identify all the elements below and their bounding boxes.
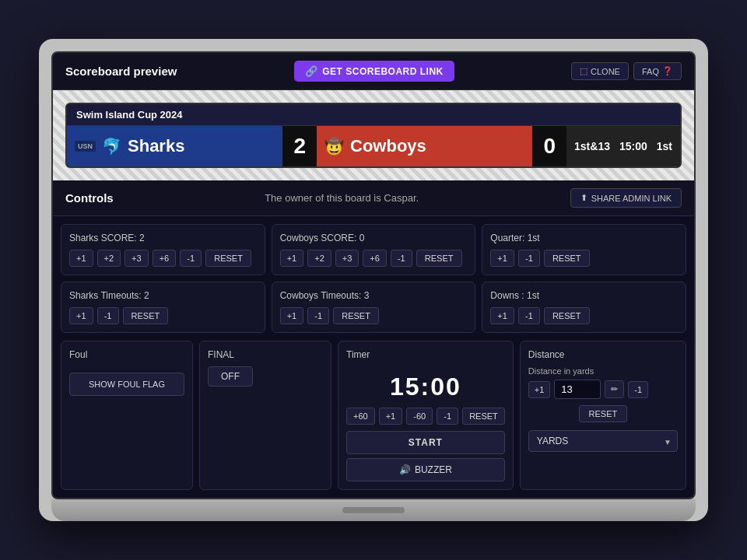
yards-wrapper: YARDS METERS [528,426,678,452]
cowboys-timeouts-plus1[interactable]: +1 [280,307,304,324]
yards-select[interactable]: YARDS METERS [528,430,678,452]
get-scoreboard-link-button[interactable]: 🔗 GET SCOREBOARD LINK [294,61,454,82]
clone-button[interactable]: ⬚ CLONE [571,62,629,80]
timer-reset[interactable]: RESET [462,408,505,425]
scoreboard: Swim Island Cup 2024 USN 🐬 Sharks 2 🤠 Co… [65,103,682,168]
timer-plus60[interactable]: +60 [346,408,375,425]
game-time: 15:00 [619,140,647,152]
cowboys-timeouts-reset[interactable]: RESET [333,307,379,324]
home-team-name: Sharks [128,136,184,156]
home-team-score: 2 [282,126,317,166]
show-foul-flag-button[interactable]: SHOW FOUL FLAG [69,373,184,396]
away-team-logo: 🤠 [324,137,344,156]
buzzer-button[interactable]: 🔊 BUZZER [346,458,505,481]
quarter-plus1[interactable]: +1 [490,250,514,267]
controls-title: Controls [65,191,114,205]
sharks-score-card: Sharks SCORE: 2 +1 +2 +3 +6 -1 RESET [61,224,265,275]
quarter-minus1[interactable]: -1 [518,250,540,267]
timer-display: 15:00 [346,366,505,408]
sharks-score-plus2[interactable]: +2 [97,250,121,267]
cowboys-timeouts-label: Cowboys Timeouts: 3 [280,290,468,301]
timer-start-button[interactable]: START [346,431,505,454]
foul-card: Foul SHOW FOUL FLAG [61,341,193,490]
quarter-card: Quarter: 1st +1 -1 RESET [482,224,686,275]
cowboys-score-plus3[interactable]: +3 [335,250,359,267]
sharks-score-plus1[interactable]: +1 [69,250,93,267]
sharks-timeouts-label: Sharks Timeouts: 2 [69,290,257,301]
cowboys-score-reset[interactable]: RESET [416,250,462,267]
away-team-score: 0 [532,126,566,166]
quarter-reset[interactable]: RESET [544,250,590,267]
faq-button[interactable]: FAQ ❓ [633,62,682,80]
home-team-logo: 🐬 [102,137,121,156]
final-title: FINAL [208,349,323,360]
home-team-badge: USN [75,141,96,152]
sharks-timeouts-reset[interactable]: RESET [123,307,169,324]
down-distance: 1st&13 [574,140,610,152]
distance-sub-label: Distance in yards [528,366,678,376]
quarter-label: Quarter: 1st [490,233,678,243]
timer-minus1[interactable]: -1 [437,408,458,425]
timer-card: Timer 15:00 +60 +1 -60 -1 RESET START 🔊 … [338,341,514,490]
sharks-score-reset[interactable]: RESET [205,250,251,267]
cowboys-score-plus1[interactable]: +1 [280,250,304,267]
sharks-timeouts-plus1[interactable]: +1 [69,307,93,324]
link-icon: 🔗 [305,65,318,77]
distance-input[interactable] [554,380,601,399]
downs-card: Downs : 1st +1 -1 RESET [482,282,686,333]
controls-header: Controls The owner of this board is Casp… [53,180,694,216]
cowboys-score-minus1[interactable]: -1 [391,250,412,267]
cowboys-timeouts-card: Cowboys Timeouts: 3 +1 -1 RESET [272,282,476,333]
question-icon: ❓ [662,66,673,76]
distance-edit-button[interactable]: ✏ [605,380,624,398]
distance-plus-button[interactable]: +1 [528,381,551,398]
share-icon: ⬆ [580,193,587,203]
quarter: 1st [657,140,672,152]
page-title: Scoreboard preview [65,65,177,78]
sharks-timeouts-card: Sharks Timeouts: 2 +1 -1 RESET [61,282,265,333]
cowboys-timeouts-minus1[interactable]: -1 [307,307,329,324]
sharks-timeouts-minus1[interactable]: -1 [97,307,119,324]
cowboys-score-plus6[interactable]: +6 [363,250,387,267]
away-team: 🤠 Cowboys [317,126,532,166]
sharks-score-plus6[interactable]: +6 [153,250,177,267]
clone-icon: ⬚ [580,66,587,76]
timer-title: Timer [346,349,505,360]
tournament-title: Swim Island Cup 2024 [67,104,680,126]
scoreboard-preview-area: Swim Island Cup 2024 USN 🐬 Sharks 2 🤠 Co… [53,90,694,180]
home-team: USN 🐬 Sharks [67,126,282,166]
distance-card: Distance Distance in yards +1 ✏ -1 RESET… [520,341,686,490]
distance-reset-button[interactable]: RESET [579,405,628,422]
distance-title: Distance [528,349,678,360]
downs-minus1[interactable]: -1 [518,307,540,324]
owner-text: The owner of this board is Caspar. [265,192,419,204]
final-toggle[interactable]: OFF [208,366,253,387]
score-info: 1st&13 15:00 1st [566,126,680,166]
downs-label: Downs : 1st [490,290,678,301]
cowboys-score-card: Cowboys SCORE: 0 +1 +2 +3 +6 -1 RESET [272,224,476,275]
sharks-score-label: Sharks SCORE: 2 [69,233,257,243]
cowboys-score-label: Cowboys SCORE: 0 [280,233,468,243]
sharks-score-plus3[interactable]: +3 [124,250,149,267]
share-admin-link-button[interactable]: ⬆ SHARE ADMIN LINK [570,188,682,208]
laptop-notch [342,507,405,513]
final-card: FINAL OFF [199,341,331,490]
timer-minus60[interactable]: -60 [406,408,433,425]
distance-minus-button[interactable]: -1 [628,381,648,398]
timer-plus1[interactable]: +1 [379,408,403,425]
downs-reset[interactable]: RESET [544,307,590,324]
sharks-score-minus1[interactable]: -1 [180,250,202,267]
downs-plus1[interactable]: +1 [490,307,514,324]
foul-title: Foul [69,349,184,360]
away-team-name: Cowboys [350,136,426,156]
cowboys-score-plus2[interactable]: +2 [307,250,331,267]
buzzer-icon: 🔊 [399,464,411,475]
